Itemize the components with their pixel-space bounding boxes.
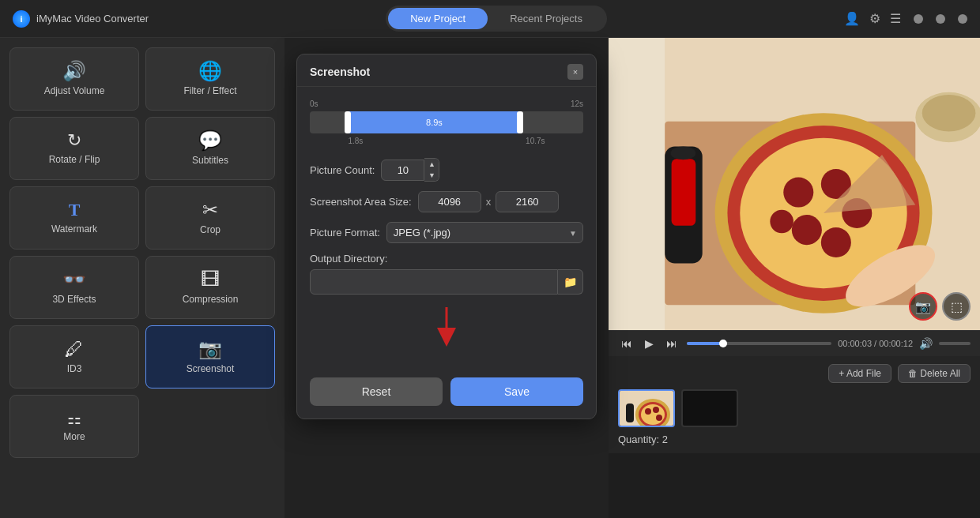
timeline-start-label: 0s (310, 99, 318, 108)
modal-footer: Reset Save (297, 368, 596, 419)
tab-new-project[interactable]: New Project (388, 8, 488, 29)
screenshot-label: Screenshot (187, 363, 235, 374)
subtitles-icon: 💬 (198, 131, 222, 150)
output-dir-browse-button[interactable]: 📁 (558, 269, 583, 295)
output-dir-section: Output Directory: 📁 (310, 253, 583, 295)
sidebar-item-crop[interactable]: ✂ Crop (145, 186, 275, 250)
gear-icon[interactable]: ⚙ (869, 11, 880, 26)
format-select-wrap: JPEG (*.jpg) PNG (*.png) BMP (*.bmp) ▼ (386, 222, 583, 243)
picture-format-select[interactable]: JPEG (*.jpg) PNG (*.png) BMP (*.bmp) (386, 222, 583, 243)
sidebar-item-id3[interactable]: 🖊 ID3 (9, 325, 139, 388)
screenshot-modal: Screenshot × 0s 12s 8.9s (296, 54, 597, 419)
timeline-handle-left[interactable] (345, 111, 351, 133)
svg-rect-27 (626, 404, 634, 422)
clip-button[interactable]: ⬚ (942, 292, 971, 321)
user-icon[interactable]: 👤 (844, 11, 860, 26)
sidebar-item-compression[interactable]: 🎞 Compression (145, 256, 275, 319)
spinner-arrows: ▲ ▼ (424, 158, 439, 182)
more-label: More (63, 431, 85, 442)
screenshot-icon: 📷 (198, 340, 222, 358)
watermark-icon: T (69, 201, 81, 219)
delete-all-button[interactable]: 🗑 Delete All (898, 364, 971, 383)
svg-point-23 (641, 404, 665, 425)
timeline-fill: 8.9s (348, 111, 520, 133)
filter-effect-label: Filter / Effect (183, 85, 236, 96)
area-width-input[interactable] (418, 191, 481, 212)
file-list-area: + Add File 🗑 Delete All (609, 356, 980, 453)
size-inputs: x (418, 191, 560, 212)
subtitles-label: Subtitles (192, 155, 228, 166)
crop-label: Crop (200, 224, 220, 235)
titlebar: i iMyMac Video Converter New Project Rec… (0, 0, 980, 38)
reset-button[interactable]: Reset (310, 377, 443, 406)
svg-point-6 (783, 178, 813, 208)
sidebar-item-rotate-flip[interactable]: ↻ Rotate / Flip (9, 117, 139, 180)
spinner-down-button[interactable]: ▼ (424, 170, 439, 181)
compression-label: Compression (183, 294, 239, 305)
preview-overlay-icons: 📷 ⬚ (909, 292, 971, 321)
timeline-sub-left: 1.8s (348, 137, 363, 145)
main-layout: 🔊 Adjust Volume 🌐 Filter / Effect ↻ Rota… (0, 38, 980, 518)
crop-icon: ✂ (202, 201, 218, 220)
progress-bar[interactable] (687, 342, 831, 345)
watermark-label: Watermark (51, 223, 97, 235)
svg-point-9 (792, 215, 822, 245)
progress-dot (719, 340, 727, 347)
output-dir-wrap: 📁 (310, 269, 583, 295)
modal-close-button[interactable]: × (567, 64, 583, 80)
skip-forward-button[interactable]: ⏭ (663, 336, 680, 351)
quantity-label: Quantity: 2 (618, 434, 971, 445)
picture-format-row: Picture Format: JPEG (*.jpg) PNG (*.png)… (310, 222, 583, 243)
red-arrow-indicator (310, 301, 583, 355)
save-button[interactable]: Save (450, 377, 583, 406)
video-frame (609, 38, 980, 330)
adjust-volume-icon: 🔊 (62, 62, 86, 81)
timeline-labels: 0s 12s (310, 99, 583, 108)
maximize-button[interactable] (936, 14, 945, 24)
timeline-track[interactable]: 8.9s (310, 111, 583, 133)
timeline-range-label: 8.9s (426, 118, 443, 127)
compression-icon: 🎞 (201, 270, 220, 289)
video-preview: 📷 ⬚ (609, 38, 980, 330)
file-list-header: + Add File 🗑 Delete All (618, 364, 971, 383)
svg-point-17 (922, 95, 976, 132)
minimize-button[interactable] (914, 14, 923, 24)
thumbnails (618, 389, 971, 427)
thumb-black-image (683, 391, 737, 426)
menu-icon[interactable]: ☰ (890, 11, 901, 26)
sidebar-item-more[interactable]: ⚏ More (9, 395, 139, 458)
play-button[interactable]: ▶ (642, 336, 657, 351)
picture-count-spinner: ▲ ▼ (381, 158, 439, 182)
filter-effect-icon: 🌐 (198, 62, 222, 81)
timeline-handle-right[interactable] (517, 111, 523, 133)
sidebar-item-watermark[interactable]: T Watermark (9, 186, 139, 250)
output-dir-label: Output Directory: (310, 253, 387, 265)
close-button[interactable] (958, 14, 967, 24)
sidebar-item-subtitles[interactable]: 💬 Subtitles (145, 117, 275, 180)
sidebar-item-3d-effects[interactable]: 👓 3D Effects (9, 256, 139, 319)
sidebar-item-screenshot[interactable]: 📷 Screenshot (145, 325, 275, 388)
add-file-button[interactable]: + Add File (828, 364, 891, 383)
volume-icon[interactable]: 🔊 (919, 337, 933, 350)
screenshot-area-row: Screenshot Area Size: x (310, 191, 583, 212)
volume-bar[interactable] (939, 342, 971, 345)
area-height-input[interactable] (496, 191, 559, 212)
sidebar-item-adjust-volume[interactable]: 🔊 Adjust Volume (9, 47, 139, 111)
svg-rect-13 (672, 159, 696, 226)
timeline-sub-right: 10.7s (526, 137, 545, 145)
sidebar-item-filter-effect[interactable]: 🌐 Filter / Effect (145, 47, 275, 111)
spinner-up-button[interactable]: ▲ (424, 159, 439, 170)
picture-count-label: Picture Count: (310, 164, 375, 176)
picture-count-input[interactable] (381, 160, 424, 181)
tab-recent-projects[interactable]: Recent Projects (488, 8, 605, 29)
screenshot-area-label: Screenshot Area Size: (310, 196, 412, 208)
skip-back-button[interactable]: ⏮ (618, 336, 635, 351)
time-display: 00:00:03 / 00:00:12 (838, 339, 913, 348)
svg-point-26 (656, 415, 662, 421)
screenshot-capture-button[interactable]: 📷 (909, 292, 937, 321)
svg-point-14 (671, 146, 696, 160)
thumbnail-1[interactable] (618, 389, 675, 427)
thumbnail-2[interactable] (681, 389, 738, 427)
svg-point-11 (770, 210, 793, 234)
output-dir-input[interactable] (310, 269, 558, 295)
